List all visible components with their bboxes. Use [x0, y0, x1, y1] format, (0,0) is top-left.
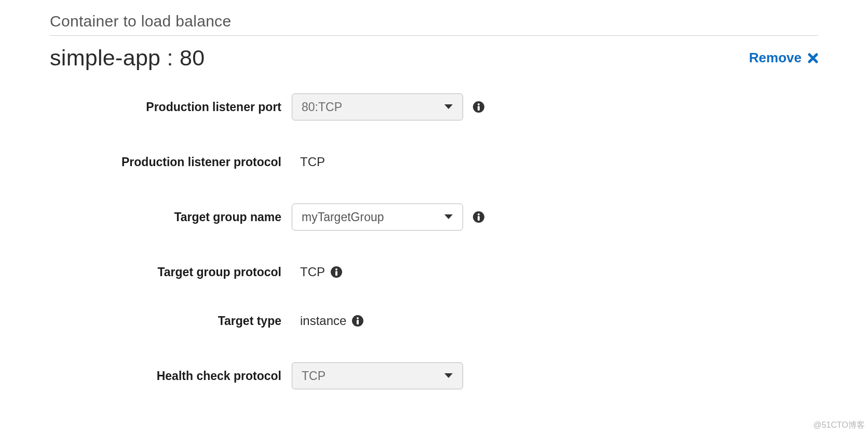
svg-point-7 — [335, 268, 337, 270]
chevron-down-icon — [444, 214, 453, 220]
row-production-listener-port: Production listener port 80:TCP — [50, 93, 818, 120]
label-production-listener-port: Production listener port — [50, 100, 292, 114]
divider — [50, 35, 818, 36]
dropdown-production-listener-port[interactable]: 80:TCP — [292, 93, 463, 120]
svg-rect-5 — [478, 216, 480, 221]
value-production-listener-protocol: TCP — [292, 155, 325, 169]
label-target-type: Target type — [50, 314, 292, 328]
row-target-group-protocol: Target group protocol TCP — [50, 265, 818, 279]
section-title: Container to load balance — [50, 12, 818, 30]
watermark: @51CTO博客 — [813, 420, 865, 431]
label-health-check-protocol: Health check protocol — [50, 369, 292, 383]
info-icon[interactable] — [330, 266, 343, 278]
svg-point-4 — [478, 213, 480, 215]
info-icon[interactable] — [472, 211, 485, 223]
header-row: simple-app : 80 Remove — [50, 45, 818, 71]
app-title: simple-app : 80 — [50, 45, 205, 71]
svg-rect-8 — [335, 271, 337, 276]
dropdown-health-check-protocol[interactable]: TCP — [292, 362, 463, 389]
dropdown-target-group-name[interactable]: myTargetGroup — [292, 204, 463, 230]
svg-point-1 — [478, 103, 480, 105]
chevron-down-icon — [444, 104, 453, 110]
label-production-listener-protocol: Production listener protocol — [50, 155, 292, 169]
value-target-group-protocol: TCP — [292, 265, 325, 279]
svg-point-10 — [357, 317, 359, 319]
info-icon[interactable] — [472, 101, 485, 113]
label-target-group-protocol: Target group protocol — [50, 265, 292, 279]
dropdown-value: 80:TCP — [302, 100, 342, 114]
row-production-listener-protocol: Production listener protocol TCP — [50, 155, 818, 169]
remove-label: Remove — [749, 50, 802, 66]
value-target-type: instance — [292, 314, 346, 328]
row-target-type: Target type instance — [50, 314, 818, 328]
container-load-balance-panel: Container to load balance simple-app : 8… — [0, 0, 868, 389]
chevron-down-icon — [444, 373, 453, 379]
dropdown-value: TCP — [302, 369, 326, 383]
row-health-check-protocol: Health check protocol TCP — [50, 362, 818, 389]
dropdown-value: myTargetGroup — [302, 210, 384, 224]
label-target-group-name: Target group name — [50, 210, 292, 224]
svg-rect-2 — [478, 106, 480, 111]
svg-rect-11 — [357, 320, 359, 324]
remove-button[interactable]: Remove — [749, 50, 818, 66]
row-target-group-name: Target group name myTargetGroup — [50, 204, 818, 230]
close-icon — [808, 53, 818, 63]
info-icon[interactable] — [351, 315, 364, 327]
